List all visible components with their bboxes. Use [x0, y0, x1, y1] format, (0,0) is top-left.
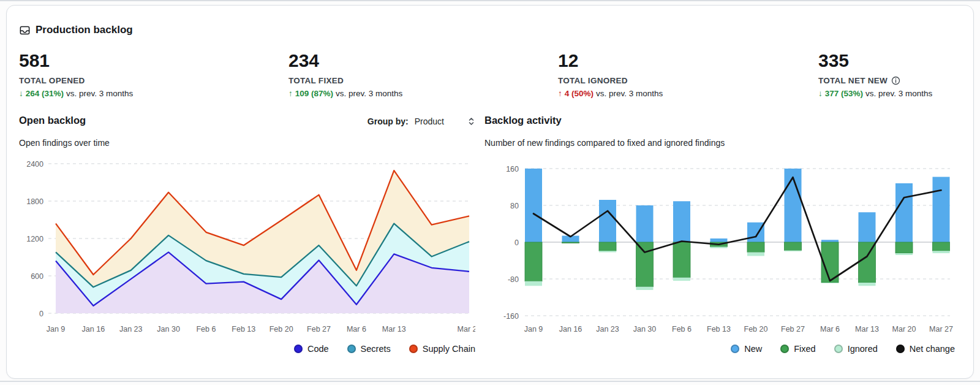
- svg-text:Jan 9: Jan 9: [47, 325, 66, 334]
- legend-dot: [834, 345, 843, 353]
- chevron-up-down-icon: [467, 116, 475, 126]
- up-arrow-icon: ↑: [558, 89, 562, 98]
- svg-text:0: 0: [39, 310, 43, 318]
- kpi-label: TOTAL IGNORED: [558, 76, 663, 85]
- legend-item-net-change[interactable]: Net change: [896, 344, 955, 354]
- backlog-activity-legend: New Fixed Ignored Net change: [489, 344, 955, 354]
- kpi-delta: ↑ 4 (50%) vs. prev. 3 months: [558, 89, 663, 98]
- production-backlog-card: Production backlog 581 TOTAL OPENED ↓ 26…: [6, 5, 974, 379]
- backlog-activity-chart[interactable]: 160800-80-160Jan 9Jan 16Jan 23Jan 30Feb …: [489, 151, 956, 338]
- svg-text:80: 80: [510, 202, 519, 210]
- kpi-delta: ↓ 377 (53%) vs. prev. 3 months: [818, 89, 932, 98]
- info-icon[interactable]: [891, 76, 900, 85]
- svg-text:Jan 23: Jan 23: [119, 325, 143, 334]
- svg-text:Feb 6: Feb 6: [672, 325, 692, 334]
- kpi-total-fixed: 234 TOTAL FIXED ↑ 109 (87%) vs. prev. 3 …: [288, 51, 402, 98]
- legend-dot: [294, 345, 303, 353]
- kpi-label: TOTAL OPENED: [19, 76, 133, 85]
- kpi-delta: ↑ 109 (87%) vs. prev. 3 months: [288, 89, 402, 98]
- kpi-total-net-new: 335 TOTAL NET NEW ↓ 377 (53%) vs. prev. …: [818, 51, 932, 98]
- svg-text:-160: -160: [503, 312, 519, 321]
- svg-text:Mar 13: Mar 13: [382, 325, 406, 334]
- group-by-value: Product: [415, 116, 444, 126]
- card-title: Production backlog: [19, 24, 133, 36]
- group-by-select[interactable]: Group by: Product: [334, 113, 475, 129]
- legend-item-ignored[interactable]: Ignored: [834, 344, 878, 354]
- svg-text:Mar 13: Mar 13: [855, 325, 879, 334]
- backlog-activity-subtitle: Number of new findings compared to fixed…: [484, 138, 725, 148]
- kpi-total-opened: 581 TOTAL OPENED ↓ 264 (31%) vs. prev. 3…: [19, 51, 133, 98]
- svg-text:Feb 6: Feb 6: [196, 325, 216, 334]
- kpi-value: 581: [19, 51, 133, 71]
- legend-dot: [347, 345, 356, 353]
- kpi-value: 335: [818, 51, 932, 71]
- page-title: Production backlog: [36, 24, 133, 36]
- svg-text:Jan 30: Jan 30: [157, 325, 180, 334]
- open-backlog-chart[interactable]: 2400180012006000Jan 9Jan 16Jan 23Jan 30F…: [13, 151, 475, 337]
- kpi-value: 12: [558, 51, 663, 71]
- open-backlog-subtitle: Open findings over time: [19, 138, 110, 148]
- svg-text:0: 0: [514, 238, 519, 247]
- svg-text:Feb 13: Feb 13: [707, 325, 731, 334]
- svg-text:Mar 6: Mar 6: [347, 325, 366, 334]
- svg-text:Jan 23: Jan 23: [596, 325, 619, 334]
- svg-text:160: 160: [506, 165, 519, 173]
- kpi-label: TOTAL FIXED: [288, 76, 402, 85]
- kpi-delta: ↓ 264 (31%) vs. prev. 3 months: [19, 89, 133, 98]
- backlog-activity-title: Backlog activity: [484, 115, 562, 126]
- legend-item-new[interactable]: New: [731, 344, 762, 354]
- legend-dot: [409, 345, 418, 353]
- up-arrow-icon: ↑: [288, 89, 293, 98]
- group-by-label: Group by:: [368, 116, 409, 126]
- svg-text:2400: 2400: [26, 160, 43, 169]
- svg-text:Mar 6: Mar 6: [820, 325, 840, 334]
- svg-text:Feb 13: Feb 13: [232, 325, 255, 334]
- kpi-value: 234: [288, 51, 402, 71]
- legend-item-supply-chain[interactable]: Supply Chain: [409, 344, 475, 354]
- svg-text:Jan 30: Jan 30: [633, 325, 657, 334]
- legend-item-fixed[interactable]: Fixed: [780, 344, 815, 354]
- down-arrow-icon: ↓: [19, 89, 23, 98]
- svg-text:Mar 27: Mar 27: [458, 325, 475, 334]
- inbox-tray-icon: [19, 25, 31, 36]
- legend-item-code[interactable]: Code: [294, 344, 329, 354]
- legend-item-secrets[interactable]: Secrets: [347, 344, 391, 354]
- svg-text:Mar 27: Mar 27: [929, 325, 953, 334]
- legend-dot: [780, 345, 789, 353]
- legend-dot: [731, 345, 739, 353]
- svg-text:-80: -80: [508, 275, 519, 284]
- kpi-label: TOTAL NET NEW: [818, 76, 932, 85]
- svg-text:Jan 16: Jan 16: [559, 325, 582, 334]
- down-arrow-icon: ↓: [818, 89, 823, 98]
- svg-text:1800: 1800: [26, 197, 43, 206]
- svg-text:1200: 1200: [26, 235, 43, 243]
- kpi-total-ignored: 12 TOTAL IGNORED ↑ 4 (50%) vs. prev. 3 m…: [558, 51, 663, 98]
- svg-text:Feb 20: Feb 20: [744, 325, 768, 334]
- open-backlog-title: Open backlog: [19, 115, 86, 126]
- svg-text:Jan 9: Jan 9: [524, 325, 543, 334]
- svg-text:Jan 16: Jan 16: [82, 325, 105, 334]
- svg-text:600: 600: [31, 272, 43, 281]
- svg-text:Mar 20: Mar 20: [892, 325, 916, 334]
- legend-dot: [896, 345, 905, 353]
- svg-text:Feb 27: Feb 27: [307, 325, 331, 334]
- open-backlog-legend: Code Secrets Supply Chain: [13, 344, 475, 354]
- svg-text:Feb 20: Feb 20: [270, 325, 293, 334]
- svg-text:Feb 27: Feb 27: [781, 325, 805, 334]
